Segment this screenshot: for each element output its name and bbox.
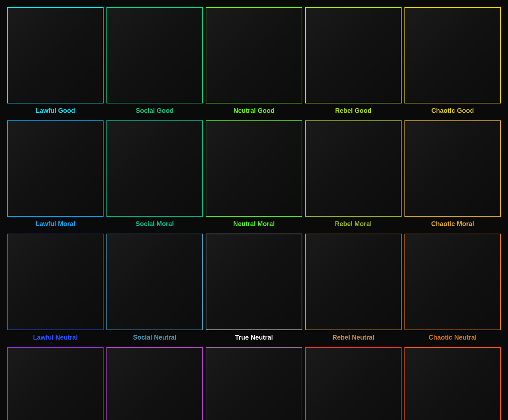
alignment-cell: Lawful Good xyxy=(7,7,104,118)
alignment-box[interactable] xyxy=(7,234,104,330)
alignment-label: Social Good xyxy=(136,106,174,118)
alignment-cell: Neutral Impure xyxy=(206,347,302,420)
alignment-grid: Lawful GoodSocial GoodNeutral GoodRebel … xyxy=(4,4,504,420)
alignment-label: Chaotic Moral xyxy=(431,219,474,231)
alignment-box[interactable] xyxy=(206,7,302,103)
alignment-box[interactable] xyxy=(106,347,203,420)
alignment-cell: Lawful Impure xyxy=(7,347,104,420)
alignment-cell: Social Moral xyxy=(106,120,203,231)
alignment-cell: Neutral Good xyxy=(206,7,302,118)
alignment-cell: Lawful Neutral xyxy=(7,234,104,344)
alignment-box[interactable] xyxy=(7,120,104,217)
alignment-cell: Rebel Good xyxy=(305,7,402,118)
alignment-box[interactable] xyxy=(404,7,501,103)
alignment-label: Rebel Moral xyxy=(335,219,372,231)
alignment-label: Lawful Moral xyxy=(36,219,75,231)
alignment-cell: True Neutral xyxy=(206,234,302,344)
alignment-box[interactable] xyxy=(305,120,402,217)
alignment-box[interactable] xyxy=(206,120,302,217)
alignment-cell: Chaotic Impure xyxy=(404,347,501,420)
alignment-label: Neutral Good xyxy=(233,106,275,118)
alignment-cell: Rebel Moral xyxy=(305,120,402,231)
alignment-cell: Chaotic Neutral xyxy=(404,234,501,344)
alignment-label: Lawful Neutral xyxy=(33,332,78,344)
alignment-label: Social Neutral xyxy=(133,332,176,344)
alignment-box[interactable] xyxy=(106,120,203,217)
alignment-label: Chaotic Good xyxy=(431,106,474,118)
alignment-cell: Social Neutral xyxy=(106,234,203,344)
alignment-box[interactable] xyxy=(7,7,104,103)
alignment-cell: Social Good xyxy=(106,7,203,118)
alignment-box[interactable] xyxy=(7,347,104,420)
alignment-label: Rebel Neutral xyxy=(332,332,374,344)
alignment-label: Chaotic Neutral xyxy=(429,332,477,344)
alignment-label: True Neutral xyxy=(235,332,273,344)
alignment-cell: Rebel Neutral xyxy=(305,234,402,344)
alignment-box[interactable] xyxy=(404,234,501,330)
alignment-cell: Lawful Moral xyxy=(7,120,104,231)
alignment-label: Social Moral xyxy=(136,219,174,231)
alignment-box[interactable] xyxy=(305,7,402,103)
alignment-cell: Chaotic Moral xyxy=(404,120,501,231)
alignment-cell: Social Impure xyxy=(106,347,203,420)
alignment-label: Lawful Good xyxy=(36,106,75,118)
alignment-box[interactable] xyxy=(206,234,302,330)
alignment-box[interactable] xyxy=(404,347,501,420)
alignment-cell: Chaotic Good xyxy=(404,7,501,118)
alignment-box[interactable] xyxy=(106,234,203,330)
alignment-cell: Neutral Moral xyxy=(206,120,302,231)
alignment-box[interactable] xyxy=(206,347,302,420)
alignment-box[interactable] xyxy=(404,120,501,217)
alignment-cell: Rebel Impure xyxy=(305,347,402,420)
alignment-box[interactable] xyxy=(305,234,402,330)
alignment-label: Neutral Moral xyxy=(233,219,275,231)
alignment-label: Rebel Good xyxy=(335,106,372,118)
alignment-box[interactable] xyxy=(106,7,203,103)
alignment-box[interactable] xyxy=(305,347,402,420)
